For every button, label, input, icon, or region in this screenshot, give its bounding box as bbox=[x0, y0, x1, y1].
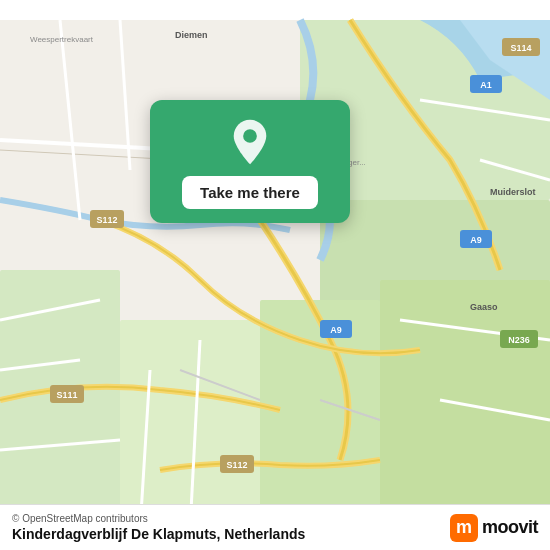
map-background: A1 A9 A9 S111 S111 S112 S112 N236 S114 W… bbox=[0, 0, 550, 550]
svg-text:Gaaso: Gaaso bbox=[470, 302, 498, 312]
svg-text:S111: S111 bbox=[56, 390, 77, 400]
popup-card: Take me there bbox=[150, 100, 350, 223]
location-name: Kinderdagverblijf De Klapmuts, Netherlan… bbox=[12, 526, 305, 542]
location-info: © OpenStreetMap contributors Kinderdagve… bbox=[12, 513, 305, 542]
svg-text:Muiderslot: Muiderslot bbox=[490, 187, 536, 197]
bottom-bar: © OpenStreetMap contributors Kinderdagve… bbox=[0, 504, 550, 550]
moovit-logo-icon: m bbox=[450, 514, 478, 542]
svg-text:A1: A1 bbox=[480, 80, 492, 90]
moovit-logo-text: moovit bbox=[482, 517, 538, 538]
svg-text:A9: A9 bbox=[330, 325, 342, 335]
take-me-there-button[interactable]: Take me there bbox=[182, 176, 318, 209]
svg-text:S112: S112 bbox=[226, 460, 247, 470]
moovit-logo: m moovit bbox=[450, 514, 538, 542]
svg-text:N236: N236 bbox=[508, 335, 530, 345]
svg-text:A9: A9 bbox=[470, 235, 482, 245]
location-pin-icon bbox=[226, 118, 274, 166]
svg-point-46 bbox=[243, 129, 257, 143]
svg-text:S114: S114 bbox=[510, 43, 531, 53]
svg-text:Weespertrekvaart: Weespertrekvaart bbox=[30, 35, 94, 44]
svg-text:Diemen: Diemen bbox=[175, 30, 208, 40]
map-container: A1 A9 A9 S111 S111 S112 S112 N236 S114 W… bbox=[0, 0, 550, 550]
svg-text:S112: S112 bbox=[96, 215, 117, 225]
osm-attribution: © OpenStreetMap contributors bbox=[12, 513, 305, 524]
